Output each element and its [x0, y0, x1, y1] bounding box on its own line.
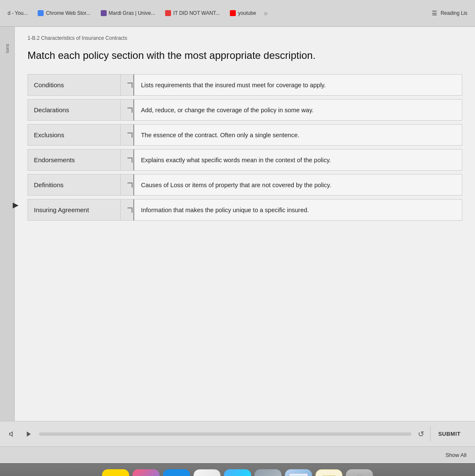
reading-list-button[interactable]: ☰ Reading Lis — [428, 7, 472, 19]
dock-item-preview[interactable] — [285, 469, 312, 476]
desc-endorsements[interactable]: Explains exactly what specific words mea… — [133, 149, 462, 171]
match-row-definitions: Definitions Causes of Loss or items of p… — [28, 174, 462, 196]
it-icon — [165, 10, 171, 16]
desc-exclusions[interactable]: The essence of the contract. Often only … — [133, 124, 462, 146]
tab-you-label: d - You... — [8, 10, 28, 16]
dock-item-notes-blank[interactable]: 📄 — [102, 469, 129, 476]
connector-insuring-agreement — [121, 199, 133, 221]
dock-item-music[interactable]: ♪ — [133, 469, 160, 476]
dock-item-trash[interactable] — [346, 469, 373, 476]
show-all-bar: Show All — [0, 446, 475, 463]
connector-conditions — [121, 74, 133, 96]
dock-item-appstore[interactable]: A — [163, 469, 190, 476]
term-conditions[interactable]: Conditions — [28, 74, 121, 96]
desc-conditions[interactable]: Lists requirements that the insured must… — [133, 74, 462, 96]
term-definitions[interactable]: Definitions — [28, 174, 121, 196]
connector-endorsements — [121, 149, 133, 171]
desc-insuring-agreement[interactable]: Information that makes the policy unique… — [133, 199, 462, 221]
mardi-icon — [101, 10, 107, 16]
dock-trash-icon — [352, 474, 367, 476]
match-row-endorsements: Endorsements Explains exactly what speci… — [28, 149, 462, 171]
tab-it-label: IT DID NOT WANT... — [173, 10, 220, 16]
dock-stickies-icon — [320, 474, 337, 476]
tab-overflow-indicator[interactable]: » — [262, 9, 270, 18]
yt-icon — [230, 10, 236, 16]
sidebar-label: ions — [5, 44, 10, 53]
play-button[interactable] — [23, 428, 35, 440]
bottom-bar: ↺ SUBMIT — [0, 421, 475, 446]
desc-declarations[interactable]: Add, reduce, or change the coverage of t… — [133, 99, 462, 121]
dock-preview-icon — [287, 472, 309, 476]
question-title: Match each policy section with the most … — [28, 49, 462, 62]
term-endorsements[interactable]: Endorsements — [28, 149, 121, 171]
tab-you[interactable]: d - You... — [3, 8, 32, 19]
breadcrumb: 1-B.2 Characteristics of Insurance Contr… — [28, 35, 462, 41]
sidebar: ions — [0, 27, 15, 421]
audio-button[interactable] — [7, 428, 19, 440]
svg-marker-1 — [27, 432, 30, 437]
browser-tab-bar: d - You... Chrome Web Stor... Mardi Gras… — [0, 0, 475, 27]
tab-chrome-label: Chrome Web Stor... — [46, 10, 90, 16]
match-row-exclusions: Exclusions The essence of the contract. … — [28, 124, 462, 146]
macos-dock: 📄 ♪ A Aa — [0, 463, 475, 476]
dock-item-system-settings[interactable] — [254, 469, 282, 476]
term-declarations[interactable]: Declarations — [28, 99, 121, 121]
main-area: ions 1-B.2 Characteristics of Insurance … — [0, 27, 475, 421]
dock-item-dictionary[interactable]: Aa — [193, 469, 221, 476]
connector-exclusions — [121, 124, 133, 146]
term-insuring-agreement[interactable]: Insuring Agreement — [28, 199, 121, 221]
connector-declarations — [121, 99, 133, 121]
desc-definitions[interactable]: Causes of Loss or items of property that… — [133, 174, 462, 196]
connector-definitions — [121, 174, 133, 196]
tab-mardi-label: Mardi Gras | Unive... — [109, 10, 155, 16]
match-row-declarations: Declarations Add, reduce, or change the … — [28, 99, 462, 121]
term-exclusions[interactable]: Exclusions — [28, 124, 121, 146]
tab-chrome[interactable]: Chrome Web Stor... — [33, 8, 94, 19]
tab-it[interactable]: IT DID NOT WANT... — [161, 8, 224, 19]
matching-exercise: Conditions Lists requirements that the i… — [28, 74, 462, 221]
chrome-icon — [38, 10, 44, 16]
tab-yt-label: youtube — [238, 10, 256, 16]
dock-item-launchpad[interactable] — [224, 469, 251, 476]
match-row-conditions: Conditions Lists requirements that the i… — [28, 74, 462, 96]
dock-item-stickies[interactable] — [315, 469, 342, 476]
refresh-button[interactable]: ↺ — [416, 429, 426, 439]
tab-mardi[interactable]: Mardi Gras | Unive... — [97, 8, 160, 19]
progress-bar[interactable] — [39, 432, 411, 436]
show-all-button[interactable]: Show All — [445, 452, 467, 458]
tab-yt[interactable]: youtube — [226, 8, 260, 19]
reading-list-label: Reading Lis — [441, 10, 467, 16]
submit-button[interactable]: SUBMIT — [430, 426, 468, 441]
svg-marker-0 — [10, 432, 13, 436]
match-row-insuring-agreement: Insuring Agreement Information that make… — [28, 199, 462, 221]
content-panel: 1-B.2 Characteristics of Insurance Contr… — [15, 27, 475, 421]
